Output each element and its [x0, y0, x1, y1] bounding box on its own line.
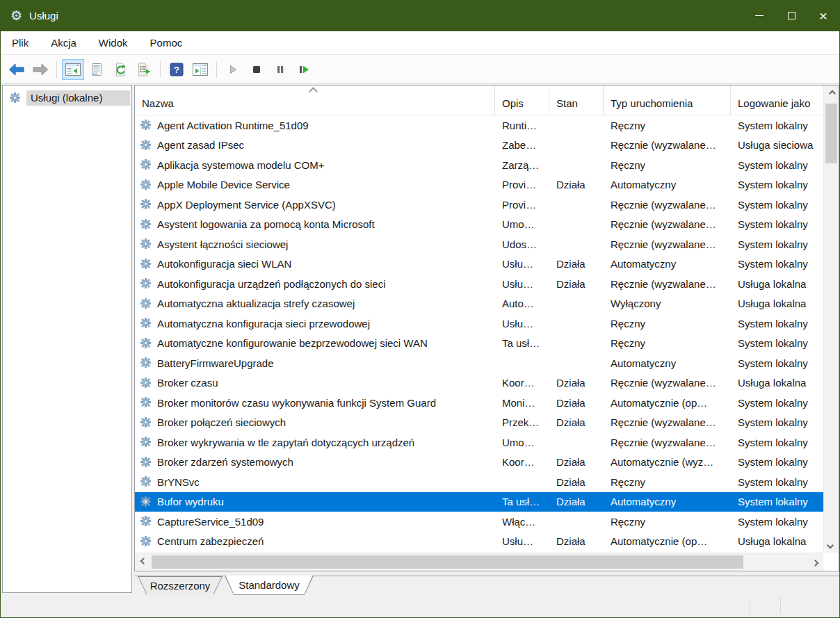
- service-logowanie-cell: Usługa lokalna: [731, 278, 823, 290]
- menu-item-pomoc[interactable]: Pomoc: [139, 31, 194, 54]
- tree-item-uslugi-lokalne[interactable]: Usługi (lokalne): [4, 89, 130, 107]
- service-row[interactable]: Agent zasad IPsecZabe…Ręcznie (wyzwalane…: [135, 136, 823, 156]
- service-name: Broker połączeń sieciowych: [157, 416, 286, 428]
- service-name: Asystent logowania za pomocą konta Micro…: [157, 218, 375, 230]
- service-opis-cell: Usłu…: [495, 535, 549, 547]
- service-row[interactable]: Automatyczne konfigurowanie bezprzewodow…: [135, 334, 823, 354]
- service-gear-icon: [140, 397, 153, 408]
- column-header-logowanie-jako[interactable]: Logowanie jako: [731, 86, 823, 115]
- service-row[interactable]: Automatyczna konfiguracja sieci przewodo…: [135, 314, 823, 334]
- service-row[interactable]: Broker monitorów czasu wykonywania funkc…: [135, 393, 823, 413]
- service-typ-cell: Automatycznie (op…: [604, 535, 731, 547]
- service-typ-cell: Automatyczny: [604, 258, 731, 270]
- pause-service-button[interactable]: [269, 59, 291, 80]
- service-logowanie-cell: System lokalny: [731, 496, 823, 507]
- scroll-down-button[interactable]: [824, 539, 839, 551]
- vertical-scrollbar[interactable]: [823, 86, 839, 553]
- menu-item-plik[interactable]: Plik: [1, 31, 40, 54]
- service-logowanie-cell: System lokalny: [731, 357, 823, 369]
- maximize-button[interactable]: [775, 0, 807, 31]
- menu-item-akcja[interactable]: Akcja: [40, 31, 88, 54]
- service-row[interactable]: Broker czasuKoor…DziałaRęcznie (wyzwalan…: [135, 373, 823, 393]
- service-opis-cell: Koor…: [495, 456, 549, 468]
- service-name-cell: Aplikacja systemowa modelu COM+: [135, 159, 495, 171]
- extended-view-button[interactable]: [189, 59, 211, 80]
- tab-standardowy[interactable]: Standardowy: [225, 576, 314, 595]
- service-logowanie-cell: Usługa lokalna: [731, 298, 823, 309]
- service-logowanie-cell: Usługa lokalna: [731, 377, 823, 389]
- horizontal-scrollbar-thumb[interactable]: [152, 555, 743, 569]
- service-gear-icon: [140, 179, 153, 190]
- service-rows: Agent Activation Runtime_51d09Runti…Ręcz…: [135, 115, 823, 551]
- column-header-typ-uruchomienia[interactable]: Typ uruchomienia: [604, 86, 731, 115]
- service-row[interactable]: Automatyczna aktualizacja strefy czasowe…: [135, 294, 823, 314]
- service-name: Broker czasu: [157, 377, 218, 389]
- chevron-left-icon: [140, 558, 147, 564]
- service-row[interactable]: BatteryFirmwareUpgradeAutomatycznySystem…: [135, 353, 823, 373]
- service-row[interactable]: Autokonfiguracja urządzeń podłączonych d…: [135, 274, 823, 294]
- service-logowanie-cell: System lokalny: [731, 258, 823, 270]
- restart-service-button[interactable]: [293, 59, 315, 80]
- service-row[interactable]: Centrum zabezpieczeńUsłu…DziałaAutomatyc…: [135, 532, 823, 552]
- service-row[interactable]: Bufor wydrukuTa usł…DziałaAutomatycznySy…: [135, 492, 823, 512]
- maximize-icon: [788, 12, 795, 19]
- service-logowanie-cell: System lokalny: [731, 218, 823, 230]
- service-gear-icon: [140, 140, 153, 151]
- menu-item-widok[interactable]: Widok: [88, 31, 139, 54]
- stop-service-button[interactable]: [245, 59, 268, 80]
- service-name: Asystent łączności sieciowej: [157, 238, 288, 250]
- back-button[interactable]: [6, 59, 28, 80]
- help-button[interactable]: ?: [165, 59, 188, 80]
- service-name-cell: Broker wykrywania w tle zapytań dotycząc…: [135, 437, 495, 448]
- service-row[interactable]: AppX Deployment Service (AppXSVC)Provi…R…: [135, 195, 823, 215]
- service-row[interactable]: BrYNSvcDziałaRęcznySystem lokalny: [135, 472, 823, 492]
- vertical-scrollbar-thumb[interactable]: [825, 104, 837, 163]
- horizontal-scrollbar[interactable]: [135, 553, 823, 571]
- service-opis-cell: Usłu…: [495, 278, 549, 290]
- service-name: Automatyczna aktualizacja strefy czasowe…: [157, 298, 355, 309]
- service-row[interactable]: Apple Mobile Device ServiceProvi…DziałaA…: [135, 175, 823, 195]
- export-list-button[interactable]: [133, 59, 155, 80]
- column-header-label: Logowanie jako: [738, 97, 810, 109]
- tab-rozszerzony[interactable]: Rozszerzony: [138, 576, 223, 595]
- service-row[interactable]: Broker zdarzeń systemowychKoor…DziałaAut…: [135, 453, 823, 473]
- service-row[interactable]: CaptureService_51d09Włąc…RęcznySystem lo…: [135, 512, 823, 532]
- service-row[interactable]: Autokonfiguracja sieci WLANUsłu…DziałaAu…: [135, 254, 823, 275]
- menubar: Plik Akcja Widok Pomoc: [1, 31, 839, 55]
- service-opis-cell: Ta usł…: [495, 496, 549, 507]
- tab-label: Standardowy: [225, 576, 313, 594]
- close-button[interactable]: ×: [807, 0, 839, 31]
- scroll-right-button[interactable]: [808, 553, 822, 571]
- start-service-button[interactable]: [222, 59, 244, 80]
- service-row[interactable]: Broker wykrywania w tle zapytań dotycząc…: [135, 432, 823, 453]
- service-row[interactable]: Broker połączeń sieciowychPrzek…DziałaRę…: [135, 413, 823, 433]
- window-controls: ×: [743, 0, 839, 31]
- service-name-cell: Broker połączeń sieciowych: [135, 416, 495, 428]
- column-header-stan[interactable]: Stan: [549, 86, 604, 115]
- service-name-cell: Centrum zabezpieczeń: [135, 535, 495, 547]
- service-typ-cell: Ręcznie (wyzwalane…: [604, 139, 731, 151]
- column-header-nazwa[interactable]: Nazwa: [135, 86, 495, 115]
- scroll-up-button[interactable]: [824, 87, 839, 99]
- forward-button[interactable]: [29, 59, 51, 80]
- show-console-tree-button[interactable]: [62, 59, 84, 80]
- service-typ-cell: Automatyczny: [604, 357, 731, 369]
- minimize-button[interactable]: [743, 0, 775, 31]
- service-name: Broker monitorów czasu wykonywania funkc…: [157, 397, 436, 409]
- service-row[interactable]: Asystent logowania za pomocą konta Micro…: [135, 215, 823, 235]
- refresh-button[interactable]: [109, 59, 131, 80]
- service-name: BatteryFirmwareUpgrade: [157, 357, 274, 369]
- sort-ascending-icon: [309, 87, 318, 96]
- service-row[interactable]: Agent Activation Runtime_51d09Runti…Ręcz…: [135, 115, 823, 136]
- service-row[interactable]: Aplikacja systemowa modelu COM+Zarzą…Ręc…: [135, 155, 823, 175]
- properties-button[interactable]: [86, 59, 108, 80]
- scroll-left-button[interactable]: [136, 553, 150, 571]
- service-gear-icon: [140, 120, 153, 131]
- service-row[interactable]: Asystent łączności sieciowejUdos…Ręcznie…: [135, 234, 823, 254]
- service-name: Broker wykrywania w tle zapytań dotycząc…: [157, 437, 414, 448]
- service-name-cell: Bufor wydruku: [135, 496, 495, 507]
- chevron-down-icon: [827, 542, 834, 548]
- service-name-cell: Asystent logowania za pomocą konta Micro…: [135, 218, 495, 230]
- service-opis-cell: Włąc…: [495, 516, 549, 528]
- column-header-opis[interactable]: Opis: [495, 86, 549, 115]
